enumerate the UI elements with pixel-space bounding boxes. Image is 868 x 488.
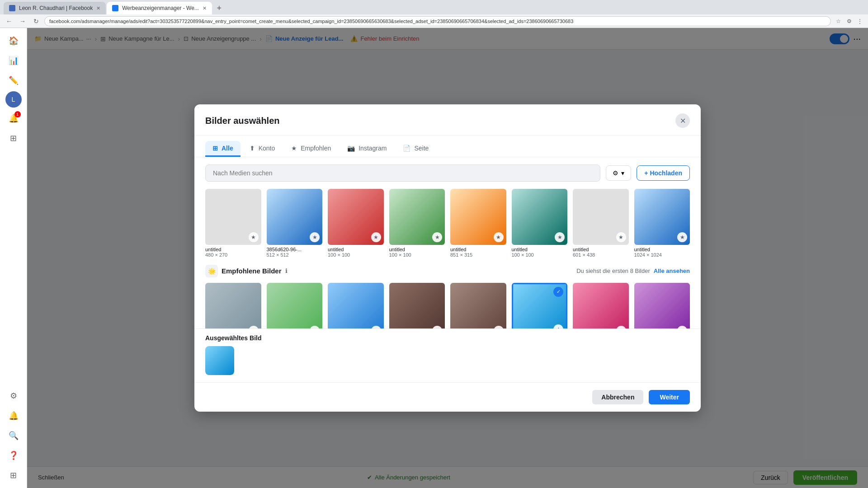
recommended-image-item[interactable]: ★ untitled 1920 × 1271 [389, 283, 445, 329]
image-label: untitled [573, 247, 629, 252]
back-button[interactable]: ← [4, 16, 14, 27]
dialog-body: ★ untitled 480 × 270 ★ 3856d620-96-... 5… [194, 189, 701, 328]
tab-konto-label: Konto [259, 145, 275, 152]
tab-instagram-label: Instagram [359, 145, 387, 152]
image-size: 512 × 512 [267, 252, 323, 258]
star-button[interactable]: ★ [371, 232, 381, 242]
main-layout: 🏠 📊 ✏️ L 🔔 1 ⊞ ⚙ 🔔 🔍 ❓ ⊞ 📁 Neue Kampa...… [0, 28, 868, 488]
top-image-item[interactable]: ★ untitled 851 × 315 [450, 189, 506, 258]
image-select-dialog: Bilder auswählen ✕ ⊞ Alle ⬆ Konto ★ [194, 104, 701, 412]
recommended-image-item[interactable]: ★ bride-135547... 1920 × 1275 [573, 283, 629, 329]
recommended-image-item[interactable]: ★ 0_1 High Heel... 1024 × 1024 [634, 283, 690, 329]
search-row: ⚙ ▾ + Hochladen [194, 157, 701, 189]
top-image-item[interactable]: ★ untitled 100 × 100 [389, 189, 445, 258]
top-image-item[interactable]: ★ untitled 601 × 438 [573, 189, 629, 258]
upload-button[interactable]: + Hochladen [637, 165, 690, 181]
recommended-image-item[interactable]: ★ donuts-64327... 1920 × 1271 [450, 283, 506, 329]
tab-alle[interactable]: ⊞ Alle [205, 141, 241, 157]
dialog-close-button[interactable]: ✕ [675, 113, 690, 128]
search-input[interactable] [205, 164, 600, 182]
browser-chrome: Leon R. Chaudhari | Facebook ✕ Werbeanze… [0, 0, 868, 28]
recommended-image-item[interactable]: ✓ ★ untitled 1000 × 667 [512, 283, 568, 329]
star-button[interactable]: ★ [616, 232, 626, 242]
extensions-icon[interactable]: ⚙ [844, 17, 854, 26]
star-button[interactable]: ★ [555, 232, 565, 242]
image-label: untitled [634, 247, 690, 252]
top-image-item[interactable]: ★ untitled 1024 × 1024 [634, 189, 690, 258]
upload-label: + Hochladen [644, 169, 682, 177]
sidebar-search-icon[interactable]: 🔍 [5, 427, 23, 445]
star-button[interactable]: ★ [249, 232, 259, 242]
filter-button[interactable]: ⚙ ▾ [606, 165, 631, 181]
sidebar-apps-icon[interactable]: ⊞ [5, 466, 23, 484]
image-label: untitled [205, 247, 261, 252]
top-image-item[interactable]: ★ 3856d620-96-... 512 × 512 [267, 189, 323, 258]
tab-ads[interactable]: Werbeanzeigenmanager - We... ✕ [107, 2, 212, 14]
star-button[interactable]: ★ [310, 232, 320, 242]
sidebar-edit-icon[interactable]: ✏️ [5, 71, 23, 89]
tab-konto[interactable]: ⬆ Konto [242, 141, 283, 157]
sidebar-avatar[interactable]: L [5, 91, 22, 108]
forward-button[interactable]: → [17, 16, 28, 27]
recommended-image-item[interactable]: ★ untitled 1000 × 667 [328, 283, 384, 329]
search-input-wrap [205, 164, 600, 182]
recommended-image-grid: ★ shoe-143392... 1920 × 1440 ★ untitled … [205, 283, 690, 329]
sidebar-bell-icon[interactable]: 🔔 [5, 407, 23, 425]
image-size: 601 × 438 [573, 252, 629, 258]
star-button[interactable]: ★ [432, 232, 442, 242]
recommended-title: Empfohlene Bilder [222, 267, 282, 275]
tab-facebook-close[interactable]: ✕ [96, 5, 100, 11]
tab-seite-icon: 📄 [403, 145, 410, 152]
recommended-count: Du siehst die ersten 8 Bilder [576, 267, 650, 274]
tab-empfohlen[interactable]: ★ Empfohlen [284, 141, 338, 157]
tab-ads-label: Werbeanzeigenmanager - We... [122, 5, 199, 11]
tab-ads-close[interactable]: ✕ [203, 5, 207, 11]
tab-instagram[interactable]: 📷 Instagram [340, 141, 394, 157]
browser-tabs: Leon R. Chaudhari | Facebook ✕ Werbeanze… [0, 0, 868, 14]
recommended-image-item[interactable]: ★ untitled 1500 × 912 [267, 283, 323, 329]
facebook-favicon [9, 5, 15, 11]
view-all-link[interactable]: Alle ansehen [654, 267, 690, 274]
recommended-image-item[interactable]: ★ shoe-143392... 1920 × 1440 [205, 283, 261, 329]
image-label: untitled [512, 247, 568, 252]
browser-toolbar: ← → ↻ facebook.com/adsmanager/manage/ads… [0, 14, 868, 28]
browser-actions: ☆ ⚙ ⋮ [834, 17, 864, 26]
menu-icon[interactable]: ⋮ [855, 17, 864, 26]
new-tab-button[interactable]: + [213, 2, 226, 14]
tab-seite[interactable]: 📄 Seite [396, 141, 436, 157]
cancel-button[interactable]: Abbrechen [592, 390, 643, 404]
image-label: untitled [389, 247, 445, 252]
top-image-item[interactable]: ★ untitled 480 × 270 [205, 189, 261, 258]
info-icon[interactable]: ℹ [285, 267, 288, 274]
reload-button[interactable]: ↻ [31, 16, 42, 27]
selected-check: ✓ [553, 287, 563, 297]
tab-facebook-label: Leon R. Chaudhari | Facebook [19, 5, 93, 11]
dialog-title: Bilder auswählen [205, 116, 280, 126]
sidebar-gear-icon[interactable]: ⚙ [5, 387, 23, 405]
star-button[interactable]: ★ [677, 232, 687, 242]
sidebar-home-icon[interactable]: 🏠 [5, 32, 23, 50]
next-button[interactable]: Weiter [649, 390, 690, 404]
sidebar-notification-icon[interactable]: 🔔 1 [5, 109, 23, 127]
filter-icon: ⚙ [613, 169, 618, 177]
tab-konto-icon: ⬆ [250, 145, 255, 152]
image-size: 100 × 100 [512, 252, 568, 258]
tab-facebook[interactable]: Leon R. Chaudhari | Facebook ✕ [4, 2, 106, 14]
filter-label: ▾ [621, 169, 624, 177]
selected-title: Ausgewähltes Bild [205, 334, 690, 342]
top-image-item[interactable]: ★ untitled 100 × 100 [328, 189, 384, 258]
tab-seite-label: Seite [414, 145, 429, 152]
tab-alle-icon: ⊞ [212, 145, 218, 152]
image-size: 100 × 100 [389, 252, 445, 258]
image-label: untitled [450, 247, 506, 252]
image-size: 480 × 270 [205, 252, 261, 258]
top-image-item[interactable]: ★ untitled 100 × 100 [512, 189, 568, 258]
star-button[interactable]: ★ [494, 232, 504, 242]
image-size: 1024 × 1024 [634, 252, 690, 258]
sidebar-grid-icon[interactable]: ⊞ [5, 129, 23, 147]
sidebar-chart-icon[interactable]: 📊 [5, 52, 23, 70]
image-size: 100 × 100 [328, 252, 384, 258]
url-bar[interactable]: facebook.com/adsmanager/manage/ads/edit?… [44, 16, 831, 26]
sidebar-help-icon[interactable]: ❓ [5, 446, 23, 465]
bookmark-icon[interactable]: ☆ [834, 17, 843, 26]
